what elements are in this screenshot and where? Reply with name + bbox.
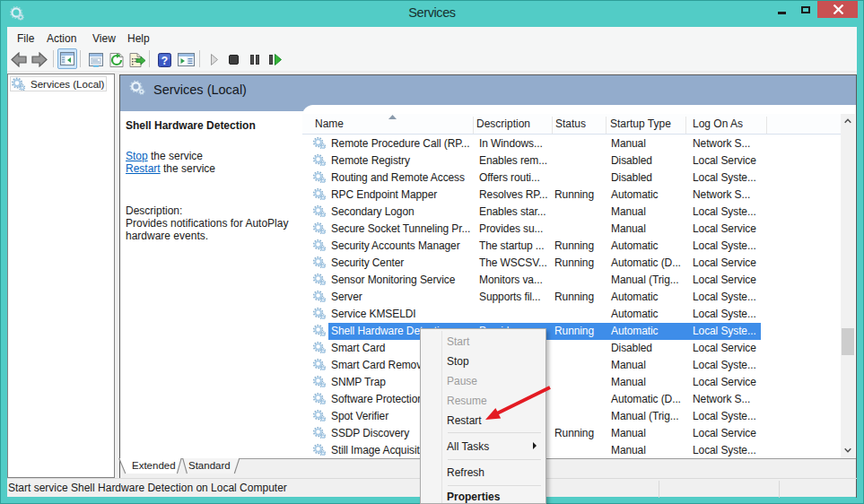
svg-text:?: ? [161, 55, 168, 67]
